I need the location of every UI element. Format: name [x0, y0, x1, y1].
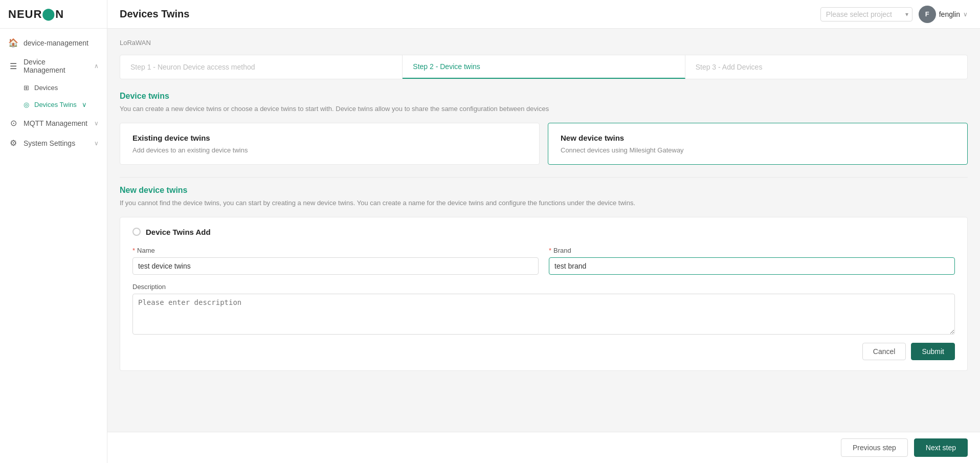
step-3[interactable]: Step 3 - Add Devices: [685, 55, 967, 79]
previous-step-button[interactable]: Previous step: [841, 438, 908, 457]
system-settings-arrow-icon: ∨: [94, 140, 99, 147]
sidebar-nav: 🏠 device-management ☰ Device Management …: [0, 29, 107, 463]
sidebar-item-device-twins[interactable]: ◎ Devices Twins ∨: [0, 96, 107, 113]
new-twins-title: New device twins: [120, 186, 968, 195]
devices-label: Devices: [34, 84, 58, 92]
sidebar-item-home[interactable]: 🏠 device-management: [0, 33, 107, 53]
avatar: F: [919, 6, 936, 23]
project-select[interactable]: Please select project: [820, 7, 912, 21]
step-2-label: Step 2 - Device twins: [413, 62, 480, 71]
brand-label: * Brand: [549, 247, 955, 254]
form-row-name-brand: * Name * Brand: [132, 247, 955, 275]
user-name: fenglin: [939, 10, 960, 18]
cards-row: Existing device twins Add devices to an …: [120, 123, 968, 165]
step-1-label: Step 1 - Neuron Device access method: [130, 63, 255, 71]
form-radio[interactable]: [132, 228, 141, 236]
existing-device-twins-card[interactable]: Existing device twins Add devices to an …: [120, 123, 540, 165]
mqtt-icon: ⊙: [8, 118, 18, 128]
form-actions: Cancel Submit: [132, 343, 955, 360]
device-twins-icon: ◎: [24, 101, 29, 108]
step-1[interactable]: Step 1 - Neuron Device access method: [120, 55, 403, 79]
brand-label-text: Brand: [553, 247, 571, 254]
header-right: Please select project F fenglin ∨: [820, 6, 968, 23]
home-label: device-management: [24, 39, 99, 47]
description-textarea[interactable]: [132, 294, 955, 335]
sidebar-item-system-settings[interactable]: ⚙ System Settings ∨: [0, 133, 107, 153]
section-divider: [120, 177, 968, 178]
description-label: Description: [132, 283, 955, 291]
device-management-arrow-icon: ∧: [94, 62, 99, 70]
home-icon: 🏠: [8, 38, 18, 48]
name-input[interactable]: [132, 257, 539, 275]
device-twins-label: Devices Twins: [34, 101, 77, 108]
system-settings-icon: ⚙: [8, 138, 18, 148]
name-label: * Name: [132, 247, 539, 254]
sidebar: NEUR⬤N 🏠 device-management ☰ Device Mana…: [0, 0, 107, 463]
content-area: LoRaWAN Step 1 - Neuron Device access me…: [107, 29, 980, 432]
form-header: Device Twins Add: [132, 228, 955, 236]
name-required: *: [132, 247, 135, 254]
device-twins-arrow-icon: ∨: [82, 101, 87, 108]
new-twins-description: If you cannot find the device twins, you…: [120, 198, 968, 209]
device-twins-title: Device twins: [120, 92, 968, 101]
new-device-twins-section: New device twins If you cannot find the …: [120, 186, 968, 209]
name-label-text: Name: [137, 247, 155, 254]
form-group-description: Description: [132, 283, 955, 335]
device-twins-add-form: Device Twins Add * Name * Brand: [120, 217, 968, 371]
device-management-icon: ☰: [8, 61, 18, 71]
user-info[interactable]: F fenglin ∨: [919, 6, 968, 23]
main-area: Devices Twins Please select project F fe…: [107, 0, 980, 463]
breadcrumb: LoRaWAN: [120, 39, 968, 47]
mqtt-arrow-icon: ∨: [94, 120, 99, 127]
step-3-label: Step 3 - Add Devices: [696, 63, 763, 71]
existing-card-title: Existing device twins: [132, 134, 527, 142]
step-2[interactable]: Step 2 - Device twins: [403, 55, 685, 79]
device-twins-section: Device twins You can create a new device…: [120, 92, 968, 115]
avatar-initials: F: [925, 10, 929, 18]
submit-button[interactable]: Submit: [911, 343, 955, 360]
sidebar-item-devices[interactable]: ⊞ Devices: [0, 79, 107, 96]
mqtt-label: MQTT Management: [24, 119, 89, 127]
steps-bar: Step 1 - Neuron Device access method Ste…: [120, 55, 968, 79]
logo-dot: ⬤: [42, 8, 55, 20]
device-management-label: Device Management: [24, 58, 89, 74]
new-card-desc: Connect devices using Milesight Gateway: [561, 146, 955, 154]
form-header-title: Device Twins Add: [146, 228, 211, 236]
footer-bar: Previous step Next step: [107, 432, 980, 463]
new-device-twins-card[interactable]: New device twins Connect devices using M…: [548, 123, 968, 165]
page-title: Devices Twins: [120, 8, 189, 20]
project-select-wrapper[interactable]: Please select project: [820, 7, 912, 21]
sidebar-item-device-management[interactable]: ☰ Device Management ∧: [0, 53, 107, 79]
form-group-name: * Name: [132, 247, 539, 275]
existing-card-desc: Add devices to an existing device twins: [132, 146, 527, 154]
form-group-brand: * Brand: [549, 247, 955, 275]
device-twins-description: You can create a new device twins or cho…: [120, 104, 968, 115]
user-dropdown-arrow-icon: ∨: [963, 11, 968, 18]
brand-input[interactable]: [549, 257, 955, 275]
brand-required: *: [549, 247, 551, 254]
logo-text: NEUR⬤N: [8, 8, 64, 21]
next-step-button[interactable]: Next step: [914, 438, 968, 457]
sidebar-item-mqtt-management[interactable]: ⊙ MQTT Management ∨: [0, 113, 107, 133]
header: Devices Twins Please select project F fe…: [107, 0, 980, 29]
system-settings-label: System Settings: [24, 139, 89, 147]
cancel-button[interactable]: Cancel: [862, 343, 906, 360]
devices-icon: ⊞: [24, 84, 29, 92]
logo: NEUR⬤N: [0, 0, 107, 29]
new-card-title: New device twins: [561, 134, 955, 142]
